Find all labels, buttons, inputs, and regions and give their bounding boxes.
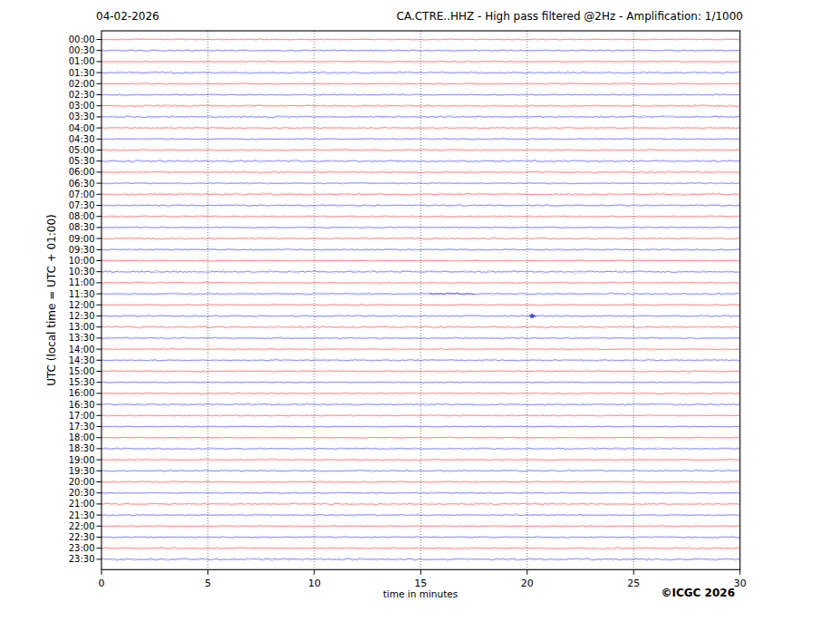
y-tick-label: 01:00 [69, 56, 95, 66]
x-tick-label: 10 [308, 578, 321, 589]
y-tick-label: 07:30 [69, 200, 95, 210]
trace-row [101, 537, 740, 538]
y-tick-label: 12:30 [69, 311, 95, 321]
x-tick-label: 5 [205, 578, 211, 589]
y-tick-label: 04:00 [69, 123, 95, 133]
y-tick-label: 03:00 [69, 101, 95, 111]
y-tick-label: 06:00 [69, 167, 95, 177]
y-tick-label: 13:30 [69, 333, 95, 343]
y-tick-label: 09:30 [69, 245, 95, 255]
y-tick-label: 12:00 [69, 300, 95, 310]
y-tick-label: 17:00 [69, 411, 95, 421]
trace-row [101, 437, 740, 438]
x-tick-label: 0 [99, 578, 105, 589]
y-tick-label: 16:30 [69, 400, 95, 410]
copyright-label: ©ICGC 2026 [661, 587, 735, 599]
trace-row [101, 448, 740, 449]
y-tick-label: 06:30 [69, 179, 95, 189]
y-tick-label: 04:30 [69, 134, 95, 144]
y-tick-label: 11:30 [69, 289, 95, 299]
y-tick-label: 01:30 [69, 68, 95, 78]
trace-row [101, 294, 740, 295]
x-tick-label: 15 [414, 578, 427, 589]
y-tick-label: 15:30 [69, 377, 95, 387]
y-tick-label: 10:00 [69, 256, 95, 266]
y-tick-label: 17:30 [69, 422, 95, 432]
x-tick-label: 25 [627, 578, 640, 589]
y-tick-label: 19:00 [69, 455, 95, 465]
x-tick-label: 20 [521, 578, 534, 589]
y-tick-label: 14:30 [69, 355, 95, 365]
y-tick-label: 02:30 [69, 90, 95, 100]
y-tick-label: 08:30 [69, 222, 95, 232]
helicorder-figure: 04-02-2026 CA.CTRE..HHZ - High pass filt… [0, 0, 840, 631]
y-tick-label: 21:00 [69, 499, 95, 509]
y-tick-label: 23:00 [69, 543, 95, 553]
y-tick-label: 20:00 [69, 477, 95, 487]
y-tick-label: 22:00 [69, 521, 95, 531]
y-tick-label: 23:30 [69, 554, 95, 564]
y-tick-label: 09:00 [69, 234, 95, 244]
y-tick-label: 02:00 [69, 79, 95, 89]
y-tick-label: 11:00 [69, 277, 95, 287]
y-tick-label: 14:00 [69, 345, 95, 354]
y-tick-label: 22:30 [69, 532, 95, 542]
y-tick-label: 00:30 [69, 45, 95, 55]
y-tick-label: 00:00 [69, 34, 95, 44]
y-tick-label: 18:00 [69, 432, 95, 442]
y-tick-label: 07:00 [69, 189, 95, 199]
trace-row [101, 249, 740, 250]
y-tick-label: 15:00 [69, 366, 95, 376]
x-axis-label: time in minutes [383, 588, 458, 599]
y-tick-label: 16:00 [69, 388, 95, 398]
y-tick-label: 03:30 [69, 112, 95, 121]
trace-row [101, 83, 740, 84]
trace-row [101, 216, 740, 217]
y-tick-label: 05:00 [69, 145, 95, 155]
y-tick-label: 05:30 [69, 156, 95, 166]
x-tick-label: 30 [734, 578, 747, 589]
y-tick-label: 10:30 [69, 267, 95, 277]
y-tick-label: 19:30 [69, 466, 95, 476]
y-tick-label: 18:30 [69, 443, 95, 453]
helicorder-plot: 00:0000:3001:0001:3002:0002:3003:0003:30… [0, 0, 840, 631]
y-tick-label: 13:00 [69, 322, 95, 332]
trace-row [101, 337, 740, 338]
y-tick-label: 21:30 [69, 510, 95, 520]
y-tick-label: 20:30 [69, 488, 95, 498]
y-tick-label: 08:00 [69, 211, 95, 221]
